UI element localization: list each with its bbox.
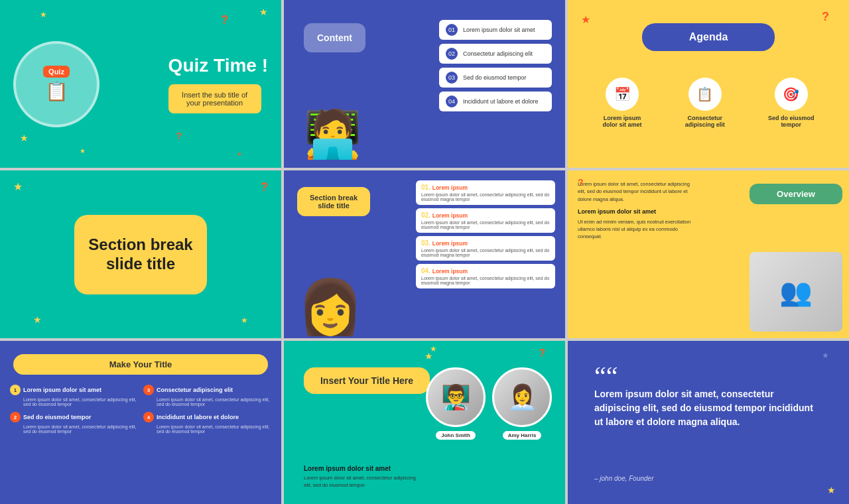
item-4-label: Incididunt ut labore et dolore (157, 414, 239, 420)
star-icon: ★ (822, 351, 829, 360)
quote-author: – john doe, Founder (594, 475, 654, 482)
badge-1: 1 (10, 385, 21, 395)
star-icon: ★ (40, 10, 47, 19)
agenda-icon-2: 📋 Consecteturadipiscing elit (685, 78, 725, 128)
item-title: Lorem ipsum (432, 268, 468, 275)
avatar-2-name: Amy Harris (503, 431, 542, 440)
slide-8: ★ ? ★ Insert Your Title Here Lorem ipsum… (284, 341, 565, 504)
insert-title-bubble: Insert Your Title Here (304, 367, 430, 394)
list-item-3: 3 Consectetur adipiscing elit Lorem ipsu… (143, 385, 271, 407)
item-2-title: 2 Sed do eiusmod tempor (10, 412, 138, 422)
agenda-label-1: Lorem ipsumdolor sit amet (603, 115, 642, 128)
slide-2: Content 🧑‍💻 01 Lorem ipsum dolor sit ame… (284, 0, 565, 168)
badge-2: 2 (10, 412, 21, 422)
list-item: 03 Sed do eiusmod tempor (439, 68, 552, 88)
overview-photo: 👥 (750, 252, 842, 332)
list-item: 01. Lorem ipsum Lorem ipsum dolor sit am… (416, 180, 555, 205)
item-4-text: Lorem ipsum dolor sit amet, consectetur … (143, 424, 271, 434)
star-icon: ★ (33, 314, 42, 325)
person-2-icon: 👩‍💼 (507, 383, 537, 411)
avatar-col-1: 👨‍🏫 John Smith (426, 367, 486, 440)
slide-9: ★ ★ ““ Lorem ipsum dolor sit amet, conse… (568, 341, 849, 504)
question-icon: ? (221, 13, 228, 27)
item-4-title: 4 Incididunt ut labore et dolore (143, 412, 271, 422)
list-item: 04 Incididunt ut labore et dolore (439, 92, 552, 111)
slide8-desc: Lorem ipsum dolor sit amet Lorem ipsum d… (304, 465, 417, 489)
slide1-subtitle: Insert the sub title of your presentatio… (168, 84, 261, 113)
star-icon: ★ (20, 133, 29, 143)
overview-text-area: Lorem ipsum dolor sit amet, consectetur … (578, 180, 697, 245)
four-items-list: 1 Lorem ipsum dolor sit amet Lorem ipsum… (0, 385, 281, 434)
slide1-content: Quiz Time ! Insert the sub title of your… (168, 55, 268, 113)
star-icon: ★ (259, 7, 268, 17)
item-text: Lorem ipsum dolor sit amet, consectetur … (421, 248, 550, 257)
agenda-title: Agenda (642, 23, 775, 51)
slide-5: Section breakslide title 👩 01. Lorem ips… (284, 170, 565, 338)
section-bubble: Section breakslide title (297, 187, 370, 216)
agenda-icon-3: 🎯 Sed do eiusmodtempor (768, 78, 815, 128)
slide-4: ★ ? ★ ★ Section breakslide title (0, 170, 281, 338)
slide-3: ★ ? Agenda 📅 Lorem ipsumdolor sit amet 📋… (568, 0, 849, 168)
list-item-4: 4 Incididunt ut labore et dolore Lorem i… (143, 412, 271, 434)
item-number: 02 (446, 48, 458, 60)
quiz-badge: Quiz (43, 66, 70, 78)
overview-bubble: Overview (750, 184, 842, 204)
item-text: Lorem ipsum dolor sit amet, consectetur … (421, 192, 550, 202)
section-break-title: Section breakslide title (88, 235, 192, 274)
overview-bold-title: Lorem ipsum dolor sit amet (578, 208, 697, 215)
star-icon: ★ (80, 147, 86, 155)
star-icon: ★ (827, 485, 836, 495)
agenda-label-3: Sed do eiusmodtempor (768, 115, 815, 128)
badge-4: 4 (143, 412, 154, 422)
slide-1: ★ ★ ★ ? ? ★ + Quiz 📋 Quiz Time ! Insert … (0, 0, 281, 168)
target-icon: 🎯 (775, 78, 808, 111)
content-bubble: Content (304, 23, 365, 52)
item-number: 02. (421, 212, 432, 219)
badge-3: 3 (143, 385, 154, 395)
make-your-title: Make Your Title (13, 354, 268, 375)
overview-body: Lorem ipsum dolor sit amet, consectetur … (578, 180, 697, 203)
list-item-1: 1 Lorem ipsum dolor sit amet Lorem ipsum… (10, 385, 138, 407)
content-list: 01 Lorem ipsum dolor sit amet 02 Consect… (439, 20, 552, 115)
item-number: 01 (446, 24, 458, 36)
item-1-title: 1 Lorem ipsum dolor sit amet (10, 385, 138, 395)
clipboard-icon: 📋 (43, 80, 70, 102)
avatar-1: 👨‍🏫 (426, 367, 486, 427)
checklist-icon: 📋 (688, 78, 722, 111)
item-number: 04 (446, 95, 458, 107)
quiz-illustration: Quiz 📋 (13, 41, 99, 127)
item-number: 03. (421, 239, 432, 247)
item-text: Lorem ipsum dolor sit amet, consectetur … (421, 220, 550, 229)
calendar-icon: 📅 (606, 78, 639, 111)
agenda-label-2: Consecteturadipiscing elit (685, 115, 725, 128)
item-text: Incididunt ut labore et dolore (463, 98, 539, 105)
star-icon: ★ (430, 344, 437, 353)
section-break-box: Section breakslide title (74, 215, 207, 294)
person-illustration: 🧑‍💻 (304, 107, 361, 161)
quote-text: Lorem ipsum dolor sit amet, consectetur … (594, 387, 820, 429)
avatar-group: 👨‍🏫 John Smith 👩‍💼 Amy Harris (426, 367, 552, 440)
star-icon: ★ (241, 316, 248, 325)
question-icon: ? (822, 10, 829, 24)
list-item: 01 Lorem ipsum dolor sit amet (439, 20, 552, 40)
list-item-2: 2 Sed do eiusmod tempor Lorem ipsum dolo… (10, 412, 138, 434)
plus-icon: + (237, 151, 241, 158)
item-title: Lorem ipsum (432, 212, 468, 219)
overview-body2: Ut enim ad minim veniam, quis nostrud ex… (578, 218, 697, 241)
item-3-label: Consectetur adipiscing elit (157, 387, 233, 393)
question-icon: ? (176, 131, 182, 141)
desc-title: Lorem ipsum dolor sit amet (304, 465, 417, 472)
item-3-text: Lorem ipsum dolor sit amet, consectetur … (143, 397, 271, 407)
item-number: 01. (421, 184, 432, 191)
item-number: 04. (421, 267, 432, 275)
item-text: Consectetur adipiscing elit (463, 50, 533, 57)
slide-7: Make Your Title 1 Lorem ipsum dolor sit … (0, 341, 281, 504)
person-1-icon: 👨‍🏫 (441, 383, 471, 411)
list-item: 03. Lorem ipsum Lorem ipsum dolor sit am… (416, 236, 555, 261)
item-2-text: Lorem ipsum dolor sit amet, consectetur … (10, 424, 138, 434)
people-illustration: 👥 (779, 277, 813, 308)
list-item: 04. Lorem ipsum Lorem ipsum dolor sit am… (416, 264, 555, 288)
person-illustration: 👩 (297, 276, 363, 338)
question-icon: ? (261, 180, 268, 194)
item-text: Lorem ipsum dolor sit amet (463, 27, 535, 33)
